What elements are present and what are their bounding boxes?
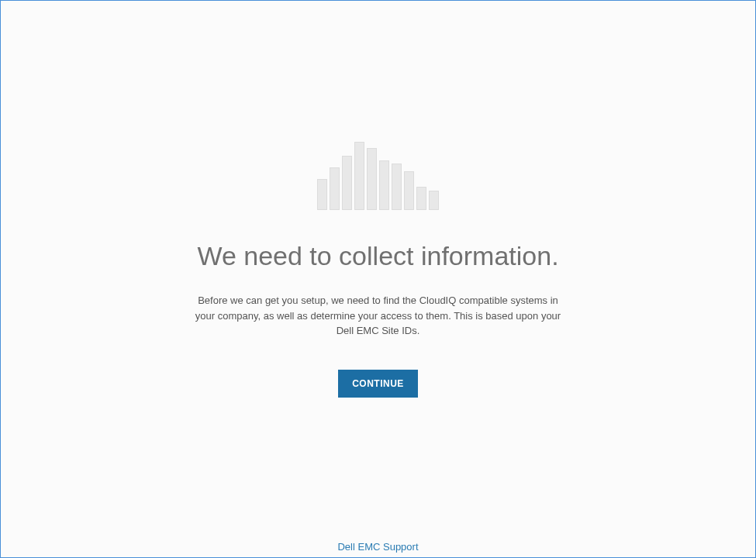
page-heading: We need to collect information. (197, 241, 558, 271)
onboarding-panel: We need to collect information. Before w… (0, 0, 756, 558)
bar-segment (404, 171, 414, 210)
bar-segment (367, 148, 377, 210)
page-description: Before we can get you setup, we need to … (188, 293, 568, 339)
bar-segment (379, 160, 389, 210)
content-area: We need to collect information. Before w… (1, 140, 755, 398)
bar-segment (354, 142, 364, 210)
bar-segment (342, 156, 352, 210)
bar-segment (317, 179, 327, 210)
bar-segment (392, 164, 402, 210)
bar-segment (330, 167, 340, 210)
bar-segment (429, 191, 439, 210)
cloud-bars-icon (317, 140, 439, 210)
support-link[interactable]: Dell EMC Support (337, 541, 418, 553)
continue-button[interactable]: CONTINUE (338, 370, 418, 398)
bar-segment (416, 187, 426, 210)
